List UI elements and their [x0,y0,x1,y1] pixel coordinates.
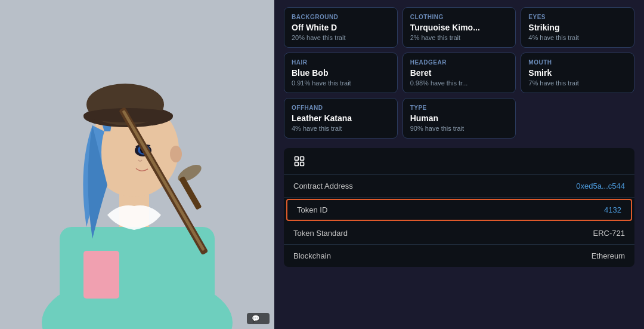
svg-rect-18 [295,157,299,161]
trait-rarity-label: 20% have this trait [292,34,390,41]
svg-rect-2 [60,227,215,329]
trait-rarity-label: 4% have this trait [292,125,390,132]
trait-value-label: Leather Katana [292,113,390,123]
trait-rarity-label: 7% have this trait [528,79,627,87]
trait-card-headgear[interactable]: HEADGEARBeret0.98% have this tr... [402,53,516,93]
svg-rect-20 [295,162,299,166]
trait-rarity-label: 0.91% have this trait [292,79,390,87]
detail-value[interactable]: 0xed5a...c544 [576,182,625,190]
trait-value-label: Beret [410,68,509,78]
svg-point-13 [170,146,182,162]
trait-rarity-label: 90% have this trait [410,125,509,132]
trait-value-label: Off White D [292,23,390,32]
traits-grid: BACKGROUNDOff White D20% have this trait… [284,7,634,139]
svg-rect-21 [301,162,304,166]
details-header-left [293,155,310,167]
trait-category-label: HEADGEAR [410,59,509,66]
trait-value-label: Striking [528,23,627,32]
trait-category-label: BACKGROUND [292,14,390,20]
details-row-token-id[interactable]: Token ID4132 [286,199,632,221]
detail-value: ERC-721 [593,229,625,238]
right-panel: BACKGROUNDOff White D20% have this trait… [274,0,644,329]
watermark-icon: 💬 [252,315,260,322]
trait-rarity-label: 2% have this trait [410,34,509,41]
trait-card-eyes[interactable]: EYESStriking4% have this trait [521,7,634,48]
character-svg [0,0,274,329]
trait-value-label: Smirk [528,68,627,78]
details-row-contract-address[interactable]: Contract Address0xed5a...c544 [284,175,634,198]
trait-value-label: Turquoise Kimo... [410,23,509,32]
trait-category-label: MOUTH [528,59,627,66]
trait-card-background[interactable]: BACKGROUNDOff White D20% have this trait [284,7,398,48]
trait-card-clothing[interactable]: CLOTHINGTurquoise Kimo...2% have this tr… [402,7,516,48]
trait-category-label: CLOTHING [410,14,509,20]
detail-label: Blockchain [293,251,331,260]
trait-category-label: TYPE [410,104,509,111]
detail-label: Contract Address [293,182,353,190]
trait-card-offhand[interactable]: OFFHANDLeather Katana4% have this trait [284,98,398,139]
detail-label: Token Standard [293,229,348,238]
trait-category-label: HAIR [292,59,390,66]
trait-value-label: Human [410,113,509,123]
details-rows-container: Contract Address0xed5a...c544Token ID413… [284,175,634,267]
details-row-blockchain: BlockchainEthereum [284,245,634,267]
trait-category-label: OFFHAND [292,104,390,111]
trait-card-mouth[interactable]: MOUTHSmirk7% have this trait [521,53,634,93]
trait-card-hair[interactable]: HAIRBlue Bob0.91% have this trait [284,53,398,93]
details-row-token-standard: Token StandardERC-721 [284,222,634,245]
svg-rect-19 [301,157,304,161]
details-section-icon [293,155,305,167]
wechat-watermark: 💬 [247,313,270,324]
trait-rarity-label: 4% have this trait [528,34,627,41]
detail-value: Ethereum [592,251,625,260]
trait-card-type[interactable]: TYPEHuman90% have this trait [402,98,516,139]
detail-label: Token ID [297,205,327,214]
details-section: Contract Address0xed5a...c544Token ID413… [284,148,634,267]
detail-value[interactable]: 4132 [604,205,621,214]
svg-rect-3 [83,251,119,299]
nft-artwork: 💬 [0,0,274,329]
trait-value-label: Blue Bob [292,68,390,78]
nft-image-panel: 💬 [0,0,274,329]
trait-rarity-label: 0.98% have this tr... [410,79,509,87]
trait-category-label: EYES [528,14,627,20]
details-header[interactable] [284,148,634,175]
